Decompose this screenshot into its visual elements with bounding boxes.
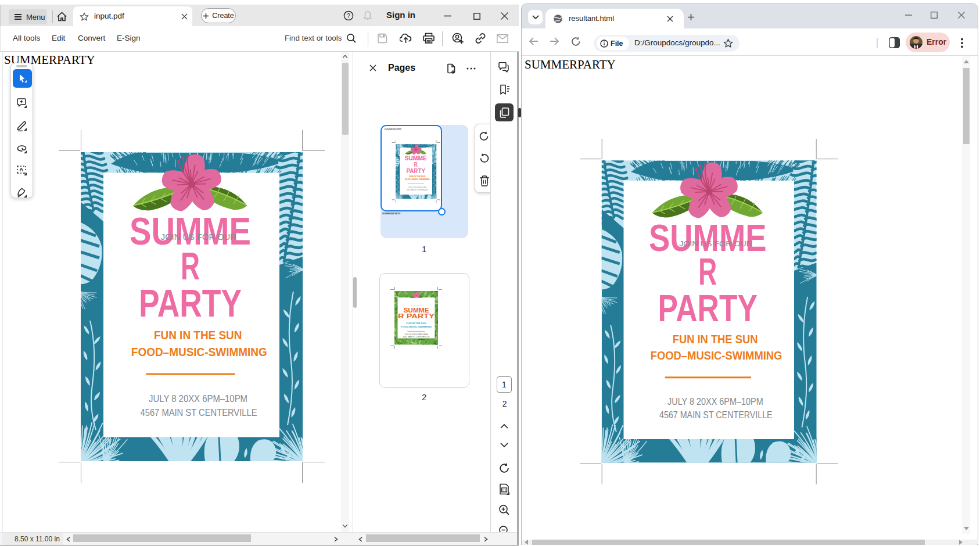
svg-text:A: A: [19, 166, 23, 173]
svg-text:?: ?: [347, 12, 350, 19]
svg-text:1:1: 1:1: [502, 488, 507, 492]
